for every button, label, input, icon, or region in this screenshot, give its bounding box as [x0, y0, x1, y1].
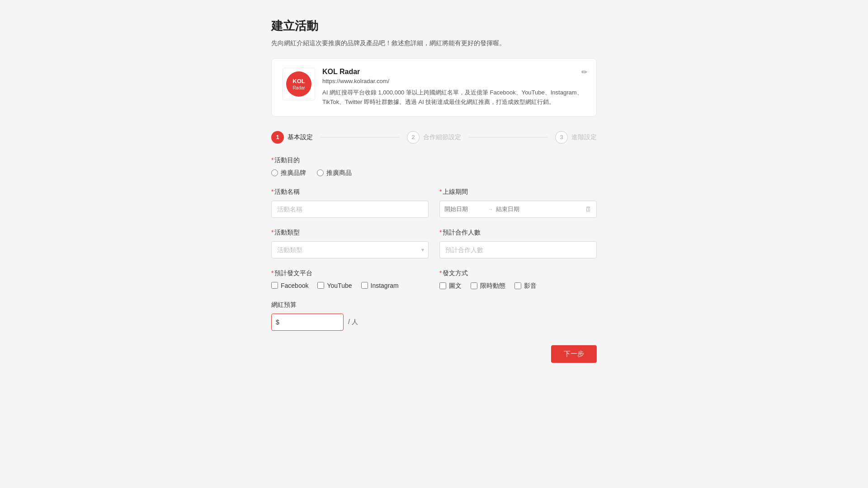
brand-description: AI 網紅搜尋平台收錄 1,000,000 筆以上跨國網紅名單，及近億筆 Fac… — [322, 88, 585, 107]
svg-text:KOL: KOL — [292, 78, 305, 84]
activity-type-field: *活動類型 活動類型 ▾ — [271, 229, 429, 258]
budget-input[interactable] — [271, 314, 344, 331]
step-divider-1 — [320, 137, 400, 137]
activity-purpose-label: *活動目的 — [271, 156, 597, 164]
brand-card: KOL Radar KOL Radar https://www.kolradar… — [271, 58, 597, 117]
step-1-circle: 1 — [271, 131, 284, 144]
platform-facebook-label: Facebook — [281, 282, 308, 289]
step-3: 3 進階設定 — [555, 131, 597, 144]
date-range-picker[interactable]: → 🗓 — [439, 201, 597, 218]
brand-url: https://www.kolradar.com/ — [322, 78, 585, 84]
calendar-icon: 🗓 — [585, 205, 592, 213]
activity-type-select-wrap: 活動類型 ▾ — [271, 241, 429, 258]
page-title: 建立活動 — [271, 18, 597, 34]
step-2: 2 合作細節設定 — [407, 131, 461, 144]
step-1-label: 基本設定 — [288, 133, 313, 141]
radio-brand-label: 推廣品牌 — [281, 169, 306, 177]
budget-input-wrap: $ — [271, 314, 344, 331]
post-platform-field: *預計發文平台 Facebook YouTube Instagram — [271, 269, 429, 290]
page-subtitle: 先向網紅介紹這次要推廣的品牌及產品吧！敘述愈詳細，網紅將能有更好的發揮喔。 — [271, 39, 597, 47]
date-arrow-icon: → — [488, 206, 493, 212]
budget-label: 網紅預算 — [271, 301, 597, 309]
platform-facebook-item[interactable]: Facebook — [271, 282, 308, 289]
budget-per-label: / 人 — [348, 318, 358, 326]
step-2-label: 合作細節設定 — [423, 133, 461, 141]
brand-logo: KOL Radar — [283, 68, 315, 100]
platform-checkbox-group: Facebook YouTube Instagram — [271, 282, 429, 289]
step-divider-2 — [468, 137, 548, 137]
activity-type-select[interactable]: 活動類型 — [271, 241, 429, 258]
next-step-button[interactable]: 下一步 — [551, 345, 597, 363]
online-period-field: *上線期間 → 🗓 — [439, 188, 597, 218]
method-video-label: 影音 — [524, 282, 537, 290]
platform-method-row: *預計發文平台 Facebook YouTube Instagram — [271, 269, 597, 290]
activity-name-input[interactable] — [271, 201, 429, 218]
end-date-input[interactable] — [496, 206, 537, 212]
edit-icon: ✏ — [581, 68, 587, 76]
radio-promote-brand[interactable]: 推廣品牌 — [271, 169, 306, 177]
platform-instagram-item[interactable]: Instagram — [361, 282, 399, 289]
method-image-text-item[interactable]: 圖文 — [439, 282, 462, 290]
step-3-circle: 3 — [555, 131, 568, 144]
step-3-label: 進階設定 — [571, 133, 597, 141]
platform-facebook-checkbox[interactable] — [271, 282, 278, 289]
activity-name-period-row: *活動名稱 *上線期間 → 🗓 — [271, 188, 597, 218]
edit-brand-button[interactable]: ✏ — [580, 66, 589, 78]
budget-dollar-symbol: $ — [276, 319, 279, 326]
method-image-text-checkbox[interactable] — [439, 282, 446, 289]
radio-brand-input[interactable] — [271, 169, 278, 176]
radio-product-input[interactable] — [317, 169, 324, 176]
radio-product-label: 推廣商品 — [326, 169, 352, 177]
post-method-field: *發文方式 圖文 限時動態 影音 — [439, 269, 597, 290]
steps-row: 1 基本設定 2 合作細節設定 3 進階設定 — [271, 131, 597, 144]
activity-type-partners-row: *活動類型 活動類型 ▾ *預計合作人數 — [271, 229, 597, 258]
method-story-label: 限時動態 — [480, 282, 505, 290]
method-video-checkbox[interactable] — [514, 282, 521, 289]
platform-instagram-label: Instagram — [371, 282, 399, 289]
brand-name: KOL Radar — [322, 68, 585, 76]
radio-promote-product[interactable]: 推廣商品 — [317, 169, 352, 177]
platform-instagram-checkbox[interactable] — [361, 282, 368, 289]
method-checkbox-group: 圖文 限時動態 影音 — [439, 282, 597, 290]
method-story-item[interactable]: 限時動態 — [471, 282, 505, 290]
expected-partners-field: *預計合作人數 — [439, 229, 597, 258]
step-2-circle: 2 — [407, 131, 420, 144]
start-date-input[interactable] — [444, 206, 485, 212]
step-1: 1 基本設定 — [271, 131, 313, 144]
method-image-text-label: 圖文 — [449, 282, 462, 290]
platform-youtube-item[interactable]: YouTube — [317, 282, 352, 289]
brand-info: KOL Radar https://www.kolradar.com/ AI 網… — [322, 68, 585, 107]
method-story-checkbox[interactable] — [471, 282, 477, 289]
expected-partners-input[interactable] — [439, 241, 597, 258]
activity-name-field: *活動名稱 — [271, 188, 429, 218]
method-video-item[interactable]: 影音 — [514, 282, 537, 290]
platform-youtube-label: YouTube — [327, 282, 352, 289]
budget-section: 網紅預算 $ / 人 — [271, 301, 597, 331]
activity-purpose-radio-group: 推廣品牌 推廣商品 — [271, 169, 597, 177]
activity-purpose-section: *活動目的 推廣品牌 推廣商品 — [271, 156, 597, 177]
svg-text:Radar: Radar — [292, 85, 305, 90]
footer-row: 下一步 — [271, 345, 597, 363]
platform-youtube-checkbox[interactable] — [317, 282, 324, 289]
budget-row: $ / 人 — [271, 314, 597, 331]
